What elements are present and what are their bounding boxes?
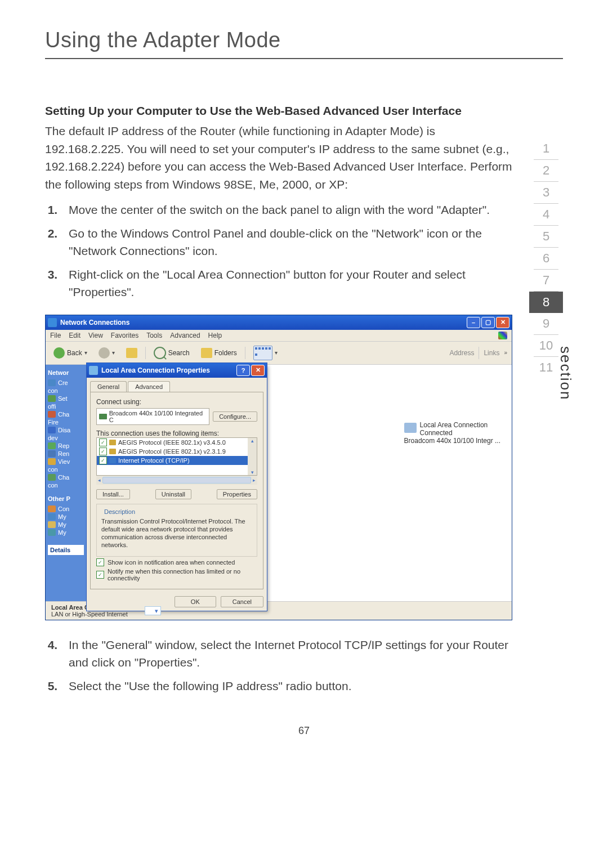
cancel-button[interactable]: Cancel bbox=[221, 596, 263, 607]
views-icon bbox=[253, 346, 272, 360]
views-button[interactable]: ▾ bbox=[250, 344, 281, 362]
section-nav-9[interactable]: 9 bbox=[534, 313, 558, 335]
protocol-icon bbox=[109, 458, 116, 463]
nic-icon bbox=[99, 414, 107, 419]
address-label: Address bbox=[449, 349, 474, 357]
subheading: Setting Up your Computer to Use the Web-… bbox=[45, 104, 512, 118]
ok-button[interactable]: OK bbox=[175, 596, 216, 607]
links-label[interactable]: Links bbox=[484, 349, 499, 357]
tab-advanced[interactable]: Advanced bbox=[128, 381, 170, 392]
taskpane-item[interactable]: Rep bbox=[48, 442, 84, 449]
section-nav-7[interactable]: 7 bbox=[534, 270, 558, 292]
section-nav-2[interactable]: 2 bbox=[534, 160, 558, 182]
section-nav-1[interactable]: 1 bbox=[534, 138, 558, 160]
adapter-field[interactable]: Broadcom 440x 10/100 Integrated C bbox=[96, 408, 209, 425]
properties-button[interactable]: Properties bbox=[217, 489, 257, 499]
back-button[interactable]: Back ▾ bbox=[50, 346, 91, 360]
section-nav: 1 2 3 4 5 6 7 8 9 10 11 section bbox=[529, 104, 563, 708]
configure-button[interactable]: Configure... bbox=[213, 411, 257, 422]
protocol-item[interactable]: ✓ AEGIS Protocol (IEEE 802.1x) v3.4.5.0 bbox=[97, 438, 257, 447]
install-button[interactable]: Install... bbox=[96, 489, 130, 499]
protocol-item[interactable]: ✓ AEGIS Protocol (IEEE 802.1x) v2.3.1.9 bbox=[97, 447, 257, 456]
menu-view[interactable]: View bbox=[88, 332, 103, 339]
help-button[interactable]: ? bbox=[236, 365, 250, 376]
checkbox-icon[interactable]: ✓ bbox=[99, 439, 107, 446]
window-title-text: Network Connections bbox=[60, 319, 129, 326]
section-nav-6[interactable]: 6 bbox=[534, 248, 558, 270]
menu-help[interactable]: Help bbox=[208, 332, 222, 339]
description-text: Transmission Control Protocol/Internet P… bbox=[101, 517, 252, 549]
checkbox-icon[interactable]: ✓ bbox=[99, 457, 107, 464]
connect-using-label: Connect using: bbox=[96, 398, 257, 406]
connection-name: Local Area Connection bbox=[404, 421, 500, 429]
taskpane-item[interactable]: My bbox=[48, 529, 84, 536]
taskpane-item[interactable]: Viev bbox=[48, 458, 84, 465]
forward-button[interactable]: ▾ bbox=[95, 346, 118, 360]
window-icon bbox=[48, 318, 57, 327]
vertical-scrollbar[interactable]: ▴▾ bbox=[248, 438, 257, 475]
taskpane-item[interactable]: Cre bbox=[48, 379, 84, 386]
forward-icon bbox=[99, 347, 110, 359]
folders-button[interactable]: Folders bbox=[198, 346, 240, 360]
taskpane-item[interactable]: Con bbox=[48, 505, 84, 512]
menu-tools[interactable]: Tools bbox=[146, 332, 162, 339]
show-icon-label: Show icon in notification area when conn… bbox=[108, 559, 235, 566]
dialog-close-button[interactable]: ✕ bbox=[251, 365, 265, 376]
uninstall-button[interactable]: Uninstall bbox=[155, 489, 191, 499]
taskpane-item[interactable]: My bbox=[48, 513, 84, 520]
menu-favorites[interactable]: Favorites bbox=[111, 332, 138, 339]
connection-state: Connected bbox=[404, 429, 500, 437]
steps-list-top: Move the center of the switch on the bac… bbox=[45, 201, 512, 301]
maximize-button[interactable]: ▢ bbox=[481, 317, 495, 328]
section-label: section bbox=[557, 346, 574, 400]
connection-device: Broadcom 440x 10/100 Integr ... bbox=[404, 437, 500, 445]
taskpane-item[interactable]: Disa bbox=[48, 427, 84, 433]
taskpane-item[interactable]: My bbox=[48, 521, 84, 528]
taskpane-item[interactable]: Cha bbox=[48, 411, 84, 418]
status-dropdown[interactable] bbox=[145, 606, 161, 615]
back-icon bbox=[53, 347, 65, 359]
content-pane[interactable]: Local Area Connection Connected Broadcom… bbox=[86, 365, 512, 601]
protocol-icon bbox=[109, 449, 116, 454]
protocol-listbox[interactable]: ✓ AEGIS Protocol (IEEE 802.1x) v3.4.5.0 … bbox=[96, 437, 257, 476]
network-icon bbox=[89, 366, 98, 375]
dialog-titlebar[interactable]: Local Area Connection Properties ? ✕ bbox=[87, 363, 267, 378]
section-nav-4[interactable]: 4 bbox=[534, 204, 558, 226]
taskpane-item[interactable]: Ren bbox=[48, 450, 84, 457]
search-button[interactable]: Search bbox=[150, 345, 193, 361]
horizontal-scrollbar[interactable]: ◂▸ bbox=[96, 476, 257, 485]
show-icon-checkbox[interactable]: ✓ bbox=[96, 558, 104, 566]
connection-item[interactable]: Local Area Connection Connected Broadcom… bbox=[404, 421, 500, 445]
folder-up-icon bbox=[126, 348, 137, 358]
menu-file[interactable]: File bbox=[50, 332, 61, 339]
protocol-item-selected[interactable]: ✓ Internet Protocol (TCP/IP) bbox=[97, 456, 257, 465]
taskpane-item[interactable]: Cha bbox=[48, 474, 84, 481]
taskpane-other-header: Other P bbox=[48, 495, 84, 502]
up-button[interactable] bbox=[123, 346, 141, 360]
tab-general[interactable]: General bbox=[90, 381, 127, 392]
taskpane-details-header[interactable]: Details bbox=[48, 545, 84, 555]
notify-checkbox[interactable]: ✓ bbox=[96, 571, 104, 579]
section-nav-3[interactable]: 3 bbox=[534, 182, 558, 204]
dialog-title-text: Local Area Connection Properties bbox=[101, 366, 210, 374]
window-titlebar[interactable]: Network Connections – ▢ ✕ bbox=[46, 315, 512, 330]
section-nav-5[interactable]: 5 bbox=[534, 226, 558, 248]
chevron-down-icon: ▾ bbox=[84, 350, 87, 356]
network-connections-window: Network Connections – ▢ ✕ File Edit View… bbox=[45, 315, 512, 620]
checkbox-icon[interactable]: ✓ bbox=[99, 448, 107, 455]
section-nav-8-active[interactable]: 8 bbox=[529, 292, 563, 313]
minimize-button[interactable]: – bbox=[467, 317, 480, 328]
close-button[interactable]: ✕ bbox=[496, 317, 509, 328]
network-icon bbox=[404, 423, 417, 433]
properties-dialog: Local Area Connection Properties ? ✕ Gen… bbox=[86, 363, 267, 611]
windows-flag-icon bbox=[498, 332, 507, 339]
section-nav-11[interactable]: 11 bbox=[534, 357, 558, 378]
step-5: Select the "Use the following IP address… bbox=[61, 677, 512, 695]
menu-edit[interactable]: Edit bbox=[69, 332, 81, 339]
taskpane-item[interactable]: Set bbox=[48, 395, 84, 402]
status-line-2: LAN or High-Speed Internet bbox=[51, 611, 128, 618]
section-nav-10[interactable]: 10 bbox=[534, 335, 558, 357]
page-title: Using the Adapter Mode bbox=[45, 28, 563, 59]
menu-advanced[interactable]: Advanced bbox=[170, 332, 200, 339]
menu-bar[interactable]: File Edit View Favorites Tools Advanced … bbox=[46, 330, 512, 342]
